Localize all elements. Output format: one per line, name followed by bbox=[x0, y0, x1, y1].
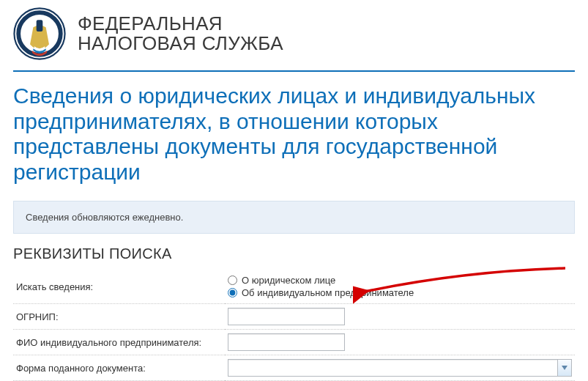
page-title: Сведения о юридических лицах и индивидуа… bbox=[13, 84, 575, 185]
radio-individual-label: Об индивидуальном предпринимателе bbox=[242, 287, 414, 298]
radio-legal-entity[interactable]: О юридическом лице bbox=[228, 275, 572, 286]
doc-form-select[interactable] bbox=[228, 359, 572, 377]
agency-line1: ФЕДЕРАЛЬНАЯ bbox=[78, 12, 223, 34]
ogrnip-input[interactable] bbox=[228, 308, 345, 325]
search-form: Искать сведения: О юридическом лице Об и… bbox=[13, 270, 575, 381]
radio-individual-input[interactable] bbox=[228, 288, 237, 297]
radio-individual[interactable]: Об индивидуальном предпринимателе bbox=[228, 287, 572, 298]
label-fio: ФИО индивидуального предпринимателя: bbox=[13, 330, 225, 355]
page-header: ФЕДЕРАЛЬНАЯ НАЛОГОВАЯ СЛУЖБА bbox=[13, 7, 575, 72]
svg-rect-2 bbox=[37, 20, 43, 32]
agency-line2: НАЛОГОВАЯ СЛУЖБА bbox=[78, 32, 283, 54]
fio-input[interactable] bbox=[228, 333, 345, 351]
label-search-for: Искать сведения: bbox=[13, 270, 225, 304]
chevron-down-icon[interactable] bbox=[557, 360, 571, 376]
radio-legal-entity-label: О юридическом лице bbox=[242, 275, 335, 286]
label-ogrnip: ОГРНИП: bbox=[13, 304, 225, 330]
agency-name: ФЕДЕРАЛЬНАЯ НАЛОГОВАЯ СЛУЖБА bbox=[78, 14, 283, 54]
label-doc-form: Форма поданного документа: bbox=[13, 355, 225, 381]
radio-legal-entity-input[interactable] bbox=[228, 275, 237, 285]
fns-emblem-icon bbox=[13, 7, 66, 60]
info-banner: Сведения обновляются ежедневно. bbox=[13, 201, 575, 234]
section-heading: РЕКВИЗИТЫ ПОИСКА bbox=[13, 245, 575, 262]
